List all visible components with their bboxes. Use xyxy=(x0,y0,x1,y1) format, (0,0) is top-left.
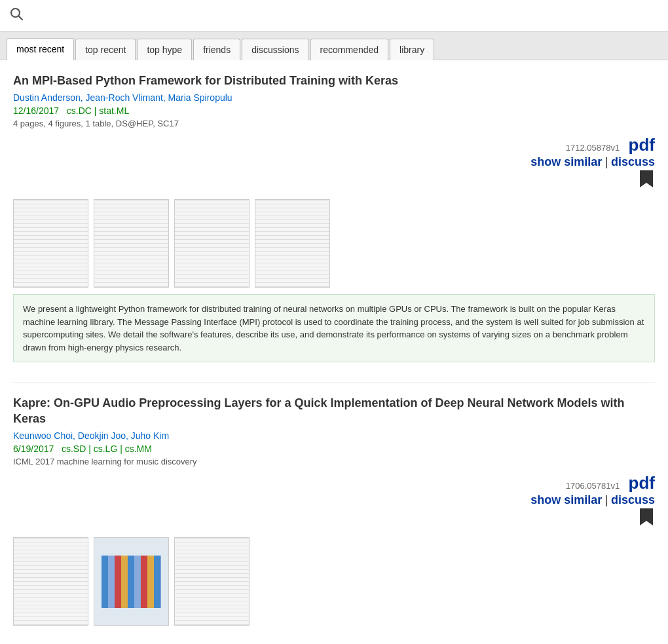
thumbnail xyxy=(174,199,250,288)
pdf-link[interactable]: pdf xyxy=(629,473,655,493)
paper-title: Kapre: On-GPU Audio Preprocessing Layers… xyxy=(13,396,655,426)
paper-actions: 1706.05781v1 pdf show similar | discuss xyxy=(13,473,655,531)
paper-version: 1706.05781v1 xyxy=(566,481,620,491)
paper-categories: cs.SD | cs.LG | cs.MM xyxy=(62,444,152,454)
author-link[interactable]: Maria Spiropulu xyxy=(168,92,232,103)
paper-version: 1712.05878v1 xyxy=(566,143,620,153)
paper-date-cats: 12/16/2017 cs.DC | stat.ML xyxy=(13,105,655,116)
tab-library[interactable]: library xyxy=(390,39,434,60)
thumbnail xyxy=(255,199,330,288)
paper-date-cats: 6/19/2017 cs.SD | cs.LG | cs.MM xyxy=(13,444,655,454)
author-link[interactable]: Juho Kim xyxy=(131,430,169,441)
tabs-bar: most recent top recent top hype friends … xyxy=(0,31,668,60)
paper-thumbnails xyxy=(13,199,655,288)
thumbnail xyxy=(94,537,169,626)
tab-most-recent[interactable]: most recent xyxy=(7,38,74,60)
search-input[interactable]: keras xyxy=(30,8,659,23)
content-area: An MPI-Based Python Framework for Distri… xyxy=(0,60,668,644)
thumbnail xyxy=(174,537,250,626)
paper-entry: Kapre: On-GPU Audio Preprocessing Layers… xyxy=(13,396,655,626)
paper-title: An MPI-Based Python Framework for Distri… xyxy=(13,73,655,88)
paper-authors: Keunwoo Choi, Deokjin Joo, Juho Kim xyxy=(13,430,655,441)
paper-authors: Dustin Anderson, Jean-Roch Vlimant, Mari… xyxy=(13,92,655,103)
author-link[interactable]: Dustin Anderson xyxy=(13,92,81,103)
action-separator: | xyxy=(605,493,608,506)
paper-meta: 4 pages, 4 figures, 1 table, DS@HEP, SC1… xyxy=(13,119,655,128)
thumbnail xyxy=(13,199,88,288)
bookmark-icon[interactable] xyxy=(638,169,655,193)
search-icon xyxy=(9,7,24,24)
divider xyxy=(13,382,655,383)
tab-top-recent[interactable]: top recent xyxy=(75,39,136,60)
tab-top-hype[interactable]: top hype xyxy=(137,39,192,60)
author-link[interactable]: Deokjin Joo xyxy=(78,430,126,441)
paper-meta: ICML 2017 machine learning for music dis… xyxy=(13,457,655,466)
paper-categories: cs.DC | stat.ML xyxy=(67,105,129,116)
author-link[interactable]: Keunwoo Choi xyxy=(13,430,73,441)
search-bar: keras xyxy=(0,0,668,31)
svg-line-1 xyxy=(19,16,23,20)
paper-actions: 1712.05878v1 pdf show similar | discuss xyxy=(13,135,655,193)
paper-date: 6/19/2017 xyxy=(13,444,54,454)
show-similar-link[interactable]: show similar xyxy=(530,155,602,168)
discuss-link[interactable]: discuss xyxy=(611,493,655,506)
tab-friends[interactable]: friends xyxy=(193,39,240,60)
author-link[interactable]: Jean-Roch Vlimant xyxy=(86,92,163,103)
abstract-box: We present a lightweight Python framewor… xyxy=(13,294,655,362)
tab-discussions[interactable]: discussions xyxy=(242,39,308,60)
paper-thumbnails xyxy=(13,537,655,626)
thumbnail xyxy=(13,537,88,626)
action-separator: | xyxy=(605,155,608,168)
bookmark-icon[interactable] xyxy=(638,507,655,531)
pdf-link[interactable]: pdf xyxy=(629,135,655,155)
tab-recommended[interactable]: recommended xyxy=(310,39,389,60)
paper-entry: An MPI-Based Python Framework for Distri… xyxy=(13,73,655,362)
show-similar-link[interactable]: show similar xyxy=(530,493,602,506)
thumbnail xyxy=(94,199,169,288)
discuss-link[interactable]: discuss xyxy=(611,155,655,168)
paper-date: 12/16/2017 xyxy=(13,105,59,116)
